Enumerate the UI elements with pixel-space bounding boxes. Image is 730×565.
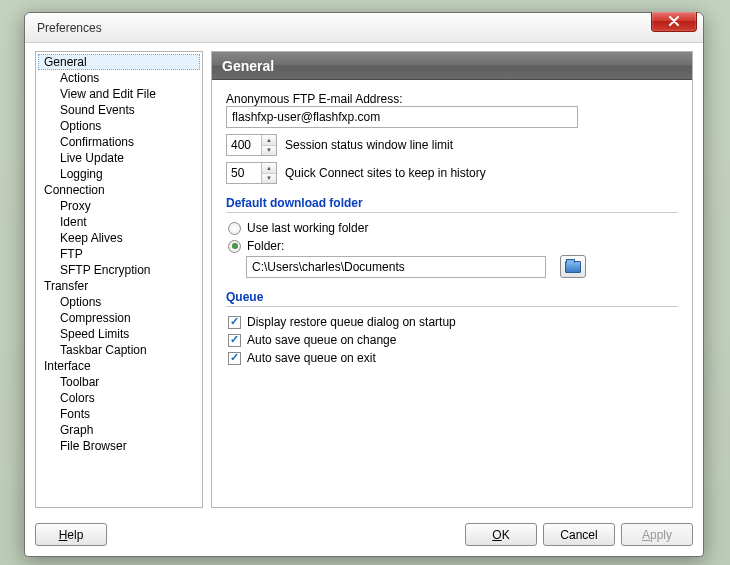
- close-button[interactable]: [651, 12, 697, 32]
- folder-icon: [565, 261, 581, 273]
- tree-item-colors[interactable]: Colors: [38, 390, 200, 406]
- quick-sites-spinner[interactable]: ▲ ▼: [226, 162, 277, 184]
- tree-item-sftp-encryption[interactable]: SFTP Encryption: [38, 262, 200, 278]
- browse-folder-button[interactable]: [560, 255, 586, 278]
- tree-item-taskbar-caption[interactable]: Taskbar Caption: [38, 342, 200, 358]
- tree-item-compression[interactable]: Compression: [38, 310, 200, 326]
- check-autosave-change[interactable]: [228, 334, 241, 347]
- preferences-window: Preferences GeneralActionsView and Edit …: [24, 12, 704, 557]
- session-limit-input[interactable]: [227, 135, 261, 155]
- category-tree[interactable]: GeneralActionsView and Edit FileSound Ev…: [35, 51, 203, 508]
- tree-item-file-browser[interactable]: File Browser: [38, 438, 200, 454]
- tree-item-speed-limits[interactable]: Speed Limits: [38, 326, 200, 342]
- tree-item-options[interactable]: Options: [38, 118, 200, 134]
- ok-button[interactable]: OK: [465, 523, 537, 546]
- tree-item-proxy[interactable]: Proxy: [38, 198, 200, 214]
- tree-item-ftp[interactable]: FTP: [38, 246, 200, 262]
- tree-item-options[interactable]: Options: [38, 294, 200, 310]
- tree-item-interface[interactable]: Interface: [38, 358, 200, 374]
- email-input[interactable]: [226, 106, 578, 128]
- tree-item-sound-events[interactable]: Sound Events: [38, 102, 200, 118]
- spin-up-icon[interactable]: ▲: [262, 163, 276, 174]
- tree-item-connection[interactable]: Connection: [38, 182, 200, 198]
- tree-item-fonts[interactable]: Fonts: [38, 406, 200, 422]
- dialog-footer: Help OK Cancel Apply: [35, 523, 693, 546]
- quick-sites-label: Quick Connect sites to keep in history: [285, 166, 486, 180]
- check-restore-queue-label: Display restore queue dialog on startup: [247, 315, 456, 329]
- session-limit-label: Session status window line limit: [285, 138, 453, 152]
- section-queue: Queue: [226, 290, 678, 307]
- titlebar: Preferences: [25, 13, 703, 43]
- section-download-folder: Default download folder: [226, 196, 678, 213]
- check-restore-queue[interactable]: [228, 316, 241, 329]
- window-title: Preferences: [33, 21, 102, 35]
- radio-folder[interactable]: [228, 240, 241, 253]
- tree-item-general[interactable]: General: [38, 54, 200, 70]
- check-autosave-change-label: Auto save queue on change: [247, 333, 396, 347]
- close-icon: [668, 16, 680, 26]
- tree-item-graph[interactable]: Graph: [38, 422, 200, 438]
- radio-folder-label: Folder:: [247, 239, 284, 253]
- quick-sites-input[interactable]: [227, 163, 261, 183]
- tree-item-ident[interactable]: Ident: [38, 214, 200, 230]
- folder-path-input[interactable]: [246, 256, 546, 278]
- tree-item-confirmations[interactable]: Confirmations: [38, 134, 200, 150]
- spin-down-icon[interactable]: ▼: [262, 174, 276, 184]
- panel-title: General: [212, 52, 692, 80]
- cancel-button[interactable]: Cancel: [543, 523, 615, 546]
- session-limit-spinner[interactable]: ▲ ▼: [226, 134, 277, 156]
- check-autosave-exit[interactable]: [228, 352, 241, 365]
- apply-button[interactable]: Apply: [621, 523, 693, 546]
- spin-down-icon[interactable]: ▼: [262, 146, 276, 156]
- tree-item-actions[interactable]: Actions: [38, 70, 200, 86]
- tree-item-toolbar[interactable]: Toolbar: [38, 374, 200, 390]
- tree-item-keep-alives[interactable]: Keep Alives: [38, 230, 200, 246]
- check-autosave-exit-label: Auto save queue on exit: [247, 351, 376, 365]
- tree-item-logging[interactable]: Logging: [38, 166, 200, 182]
- help-button-rest: elp: [67, 528, 83, 542]
- tree-item-view-and-edit-file[interactable]: View and Edit File: [38, 86, 200, 102]
- tree-item-live-update[interactable]: Live Update: [38, 150, 200, 166]
- radio-last-folder[interactable]: [228, 222, 241, 235]
- help-button[interactable]: Help: [35, 523, 107, 546]
- email-label: Anonymous FTP E-mail Address:: [226, 92, 678, 106]
- spin-up-icon[interactable]: ▲: [262, 135, 276, 146]
- settings-panel: General Anonymous FTP E-mail Address: ▲ …: [211, 51, 693, 508]
- radio-last-folder-label: Use last working folder: [247, 221, 368, 235]
- tree-item-transfer[interactable]: Transfer: [38, 278, 200, 294]
